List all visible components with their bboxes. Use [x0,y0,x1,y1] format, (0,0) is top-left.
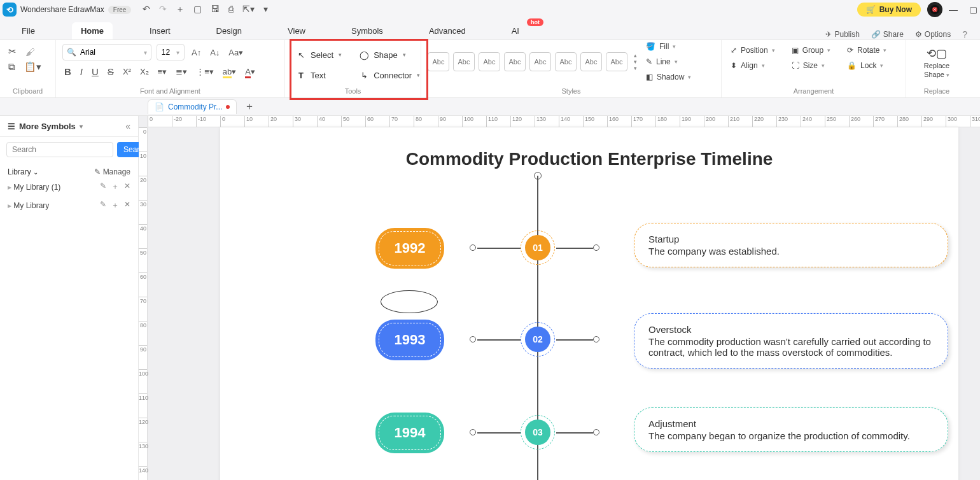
style-swatch[interactable]: Abc [529,52,551,71]
add-lib-icon[interactable]: ＋ [111,200,119,211]
add-lib-icon[interactable]: ＋ [111,181,119,192]
edit-lib-icon[interactable]: ✎ [100,200,106,211]
publish-button[interactable]: ✈Publish [825,30,859,39]
number-circle[interactable]: 03 [525,420,550,445]
lock-button[interactable]: 🔒Lock▾ [844,59,889,72]
connector-line[interactable] [556,432,593,434]
qa-more-icon[interactable]: ▾ [263,4,268,15]
minimize-icon[interactable]: — [949,4,958,15]
shrink-font-icon[interactable]: A↓ [208,46,221,59]
user-avatar[interactable] [927,2,942,17]
group-button[interactable]: ▣Group▾ [789,44,833,57]
buy-now-button[interactable]: 🛒 Buy Now [857,3,921,17]
help-icon[interactable]: ? [962,29,967,39]
style-swatch[interactable]: Abc [555,52,577,71]
shadow-button[interactable]: ◧Shadow▾ [643,71,694,83]
underline-icon[interactable]: U [90,64,101,79]
tab-view[interactable]: View [279,22,314,39]
canvas[interactable]: 0-20-10010203040506070809010011012013014… [139,116,980,480]
year-pill[interactable]: 1992 [375,228,444,269]
export-icon[interactable]: ⇱▾ [242,4,255,15]
number-circle[interactable]: 02 [525,327,550,352]
tab-ai[interactable]: AIhot [503,22,528,39]
year-pill[interactable]: 1993 [375,320,444,360]
align-button[interactable]: ⬍Align▾ [728,59,778,72]
styles-down-icon[interactable]: ▾ [634,59,637,65]
bullets-icon[interactable]: ⋮≡▾ [194,65,216,78]
close-lib-icon[interactable]: ✕ [124,181,130,192]
manage-library-button[interactable]: ✎Manage [94,167,130,176]
font-color-icon[interactable]: A▾ [243,65,257,78]
italic-icon[interactable]: I [78,64,85,79]
position-button[interactable]: ⤢Position▾ [728,44,778,57]
connector-line[interactable] [477,248,521,249]
maximize-icon[interactable]: ▢ [969,4,977,15]
tab-insert[interactable]: Insert [141,22,179,39]
font-size-combo[interactable]: 12▾ [157,44,185,60]
connector-dot[interactable] [470,336,476,342]
fill-button[interactable]: 🪣Fill▾ [643,40,694,53]
library-dropdown[interactable]: Library ⌄ [8,167,38,176]
change-case-icon[interactable]: Aa▾ [227,46,245,59]
style-swatch[interactable]: Abc [453,52,475,71]
style-swatch[interactable]: Abc [479,52,500,71]
replace-shape-button[interactable]: ⟲▢ Replace Shape ▾ [913,44,961,81]
tab-symbols[interactable]: Symbols [342,22,392,39]
text-tool[interactable]: TText [291,67,346,83]
print-icon[interactable]: ⎙ [228,4,234,15]
library-row[interactable]: ▸ My Library ✎＋✕ [0,196,138,215]
diagram-title[interactable]: Commodity Production Enterprise Timeline [220,149,958,169]
superscript-icon[interactable]: X² [121,65,133,78]
line-button[interactable]: ✎Line▾ [643,55,694,68]
connector-tool[interactable]: ↳Connector▾ [354,67,424,83]
event-box[interactable]: Startup The company was established. [634,223,948,267]
subscript-icon[interactable]: X₂ [138,65,151,78]
select-tool[interactable]: ↖Select▾ [291,46,346,63]
connector-dot[interactable] [593,429,599,435]
rotate-button[interactable]: ⟳Rotate▾ [844,44,889,57]
library-row[interactable]: ▸ My Library (1) ✎＋✕ [0,178,138,196]
close-lib-icon[interactable]: ✕ [124,200,130,211]
grow-font-icon[interactable]: A↑ [190,46,203,59]
format-painter-icon[interactable]: 🖌 [24,45,37,59]
tab-design[interactable]: Design [207,22,251,39]
connector-line[interactable] [477,339,521,341]
copy-icon[interactable]: ⧉ [6,59,17,74]
font-family-combo[interactable]: 🔍Arial▾ [62,44,151,60]
number-circle[interactable]: 01 [525,235,550,260]
connector-dot[interactable] [593,244,599,251]
edit-lib-icon[interactable]: ✎ [100,181,106,192]
cut-icon[interactable]: ✂ [6,44,18,59]
symbol-search-input[interactable] [6,142,113,157]
document-tab[interactable]: 📄 Commodity Pr... [148,99,237,114]
new-tab-button[interactable]: ＋ [244,100,255,113]
tab-file[interactable]: File [13,22,44,39]
strikethrough-icon[interactable]: S [106,64,116,79]
tab-advanced[interactable]: Advanced [420,22,475,39]
style-swatch[interactable]: Abc [504,52,526,71]
paste-icon[interactable]: 📋▾ [22,59,43,74]
more-symbols-button[interactable]: ☰More Symbols▾ [8,122,83,131]
undo-icon[interactable]: ↶ [143,4,150,15]
options-button[interactable]: ⚙Options [915,30,951,39]
styles-up-icon[interactable]: ▴ [634,52,637,59]
connector-line[interactable] [556,248,593,249]
event-box[interactable]: Overstock The commodity production wasn'… [634,313,948,369]
connector-dot[interactable] [470,429,476,435]
bold-icon[interactable]: B [62,64,73,79]
ellipse-shape[interactable] [381,290,438,313]
styles-more-icon[interactable]: ▾ [634,65,637,71]
highlight-icon[interactable]: ab▾ [221,65,238,78]
share-button[interactable]: 🔗Share [871,30,904,39]
shape-tool[interactable]: ◯Shape▾ [354,46,424,63]
save-icon[interactable]: 🖫 [211,4,220,15]
connector-dot[interactable] [470,244,476,251]
text-align-icon[interactable]: ≡▾ [156,65,169,78]
open-icon[interactable]: ▢ [193,4,202,15]
style-swatch[interactable]: Abc [580,52,602,71]
style-swatch[interactable]: Abc [606,52,627,71]
page[interactable]: Commodity Production Enterprise Timeline… [220,127,958,480]
style-swatch[interactable]: Abc [428,52,449,71]
redo-icon[interactable]: ↷ [159,4,167,15]
line-spacing-icon[interactable]: ≣▾ [174,65,189,78]
